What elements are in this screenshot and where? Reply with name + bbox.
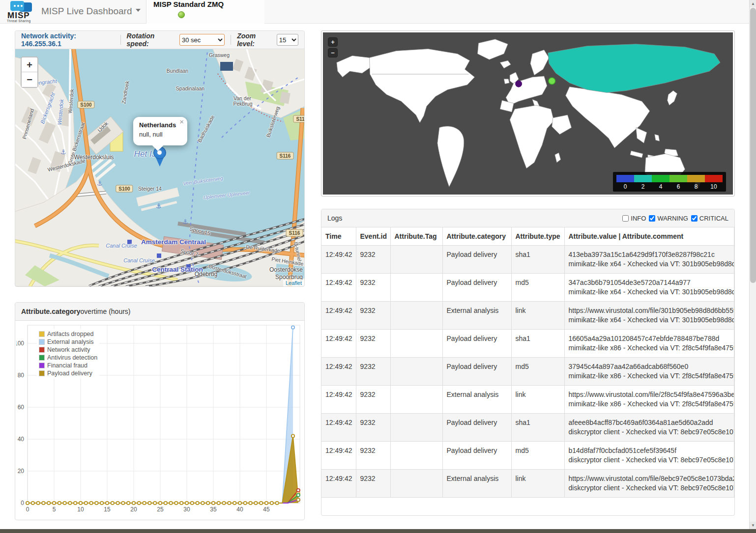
svg-text:⚓: ⚓ bbox=[60, 148, 66, 156]
svg-text:100: 100 bbox=[16, 340, 24, 347]
scrollbar-thumb[interactable] bbox=[750, 8, 756, 283]
type-cell: md5 bbox=[511, 274, 564, 302]
color-scale-swatch bbox=[652, 175, 669, 182]
logs-table-header: TimeEvent.idAttribute.TagAttribute.categ… bbox=[321, 227, 734, 246]
event-id-cell: 9232 bbox=[356, 386, 390, 414]
checkbox-critical[interactable] bbox=[691, 215, 698, 222]
zoom-out-button[interactable]: − bbox=[22, 72, 37, 87]
leaflet-attribution-link[interactable]: Leaflet bbox=[283, 280, 304, 286]
attribute-comment: diskcryptor client - Xchecked via VT: 8e… bbox=[569, 455, 730, 465]
zoom-level-label: Zoom level: bbox=[237, 32, 274, 48]
world-map-zoom-control: + − bbox=[328, 37, 338, 59]
log-filter-warning[interactable]: WARNING bbox=[649, 215, 688, 222]
rotation-speed-select[interactable]: 30 sec bbox=[179, 34, 225, 46]
attribute-value: 413eba3973a15c1a6429d9f170f3e8287f98c21c bbox=[569, 250, 730, 259]
time-cell: 12:49:42 bbox=[321, 302, 356, 330]
scrollbar-down-arrow-icon[interactable]: ▼ bbox=[750, 522, 756, 529]
log-level-filters: INFOWARNINGCRITICAL bbox=[622, 215, 728, 222]
legend-swatch bbox=[39, 370, 45, 376]
tag-cell bbox=[390, 386, 442, 414]
navbar: MISP Threat Sharing MISP Live Dashboard … bbox=[0, 0, 749, 24]
logs-panel: Logs INFOWARNINGCRITICAL TimeEvent.idAtt… bbox=[321, 209, 735, 516]
network-panel-header: Network activity: 146.255.36.1 Rotation … bbox=[15, 31, 304, 49]
color-scale-cell: 0 bbox=[616, 175, 634, 190]
legend-label: External analysis bbox=[47, 338, 94, 345]
logo-subtitle: Threat Sharing bbox=[7, 19, 31, 23]
tag-cell bbox=[390, 246, 442, 274]
svg-text:10: 10 bbox=[77, 506, 84, 513]
caret-down-icon bbox=[136, 9, 141, 14]
legend-item: Financial fraud bbox=[39, 362, 97, 369]
attribute-value: 37945c44a897aa42a66adcab68f560e0 bbox=[569, 362, 730, 371]
svg-text:0: 0 bbox=[26, 506, 29, 513]
attribute-value: https://www.virustotal.com/file/301b905e… bbox=[569, 306, 730, 315]
time-cell: 12:49:42 bbox=[321, 274, 356, 302]
color-scale-cell: 8 bbox=[687, 175, 705, 190]
column-header: Time bbox=[321, 227, 356, 246]
page-scrollbar[interactable]: ▲ ▼ bbox=[749, 0, 756, 529]
category-cell: External analysis bbox=[442, 386, 511, 414]
color-scale-tick: 10 bbox=[705, 183, 723, 190]
zoom-level-select[interactable]: 15 bbox=[277, 34, 298, 46]
legend-swatch bbox=[39, 331, 45, 337]
svg-text:0: 0 bbox=[21, 500, 24, 506]
log-row: 12:49:429232External analysislinkhttps:/… bbox=[321, 302, 734, 330]
time-cell: 12:49:42 bbox=[321, 246, 356, 274]
value-cell: 347ac3b6b791054de3e5720a7144a977mimikatz… bbox=[564, 274, 734, 302]
legend-item: Antivirus detection bbox=[39, 354, 97, 362]
legend-label: Financial fraud bbox=[47, 362, 87, 369]
zoom-in-button[interactable]: + bbox=[22, 57, 37, 72]
color-scale-swatch bbox=[705, 175, 723, 182]
time-cell: 12:49:42 bbox=[321, 470, 356, 498]
log-filter-critical[interactable]: CRITICAL bbox=[691, 215, 728, 222]
network-activity-title[interactable]: Network activity: 146.255.36.1 bbox=[21, 32, 115, 48]
color-scale-cell: 4 bbox=[652, 175, 669, 190]
leaflet-map[interactable]: ⚓ ⚓ ⚓ ⚓ GraswegBundlaanSpadinalaanVan de… bbox=[15, 49, 304, 286]
value-cell: 16605a4a29a101208457c47ebfde788487be788d… bbox=[564, 330, 734, 358]
world-map-marker-dot bbox=[549, 78, 555, 84]
misp-logo[interactable]: MISP Threat Sharing bbox=[6, 0, 36, 23]
event-id-cell: 9232 bbox=[356, 358, 390, 386]
checkbox-info[interactable] bbox=[622, 215, 629, 222]
filter-label: WARNING bbox=[657, 215, 688, 222]
legend-item: External analysis bbox=[39, 338, 97, 346]
attribute-comment: diskcryptor client - Xchecked via VT: 8e… bbox=[569, 483, 730, 493]
value-cell: https://www.virustotal.com/file/2f8c54f9… bbox=[564, 386, 734, 414]
category-cell: Payload delivery bbox=[442, 442, 511, 470]
color-scale-swatch bbox=[616, 175, 634, 182]
zmq-status-section: MISP Standard ZMQ bbox=[146, 0, 264, 24]
misp-dashboard-page: MISP Threat Sharing MISP Live Dashboard … bbox=[0, 0, 756, 533]
type-cell: md5 bbox=[511, 358, 564, 386]
log-row: 12:49:429232Payload deliverymd537945c44a… bbox=[321, 358, 734, 386]
category-cell: Payload delivery bbox=[442, 358, 511, 386]
scrollbar-up-arrow-icon[interactable]: ▲ bbox=[750, 0, 756, 7]
time-cell: 12:49:42 bbox=[321, 386, 356, 414]
tag-cell bbox=[390, 470, 442, 498]
color-scale-cell: 6 bbox=[669, 175, 687, 190]
attribute-category-chart-panel: Attribute.category overtime (hours) 0204… bbox=[15, 302, 305, 520]
log-filter-info[interactable]: INFO bbox=[622, 215, 646, 222]
tag-cell bbox=[390, 358, 442, 386]
os-taskbar-edge[interactable] bbox=[0, 529, 756, 533]
legend-item: Payload delivery bbox=[39, 369, 97, 377]
svg-text:⚓: ⚓ bbox=[182, 218, 188, 225]
world-zoom-out-button[interactable]: − bbox=[328, 48, 338, 57]
checkbox-warning[interactable] bbox=[649, 215, 655, 222]
time-cell: 12:49:42 bbox=[321, 414, 356, 442]
map-popup: × Netherlands null, null bbox=[133, 117, 187, 145]
world-zoom-in-button[interactable]: + bbox=[328, 37, 338, 47]
legend-label: Artifacts dropped bbox=[47, 331, 94, 337]
zmq-title: MISP Standard ZMQ bbox=[153, 0, 224, 8]
brand-dropdown[interactable]: MISP Live Dashboard bbox=[41, 6, 141, 17]
attribute-comment: mimikatz-like x64 - Xchecked via VT: 301… bbox=[569, 259, 730, 269]
world-map[interactable]: + − 0246810 bbox=[323, 32, 733, 195]
popup-close-icon[interactable]: × bbox=[179, 118, 184, 125]
svg-text:5: 5 bbox=[53, 506, 56, 513]
world-map-color-scale: 0246810 bbox=[613, 172, 726, 192]
color-scale-tick: 4 bbox=[652, 183, 669, 190]
log-row: 12:49:429232Payload deliverysha1afeee8b4… bbox=[321, 414, 734, 442]
overtime-chart: 020406080100051015202530354045 Artifacts… bbox=[16, 322, 303, 519]
value-cell: https://www.virustotal.com/file/8ebc97e0… bbox=[564, 470, 734, 498]
svg-text:30: 30 bbox=[183, 506, 190, 513]
column-header: Attribute.type bbox=[511, 227, 564, 246]
